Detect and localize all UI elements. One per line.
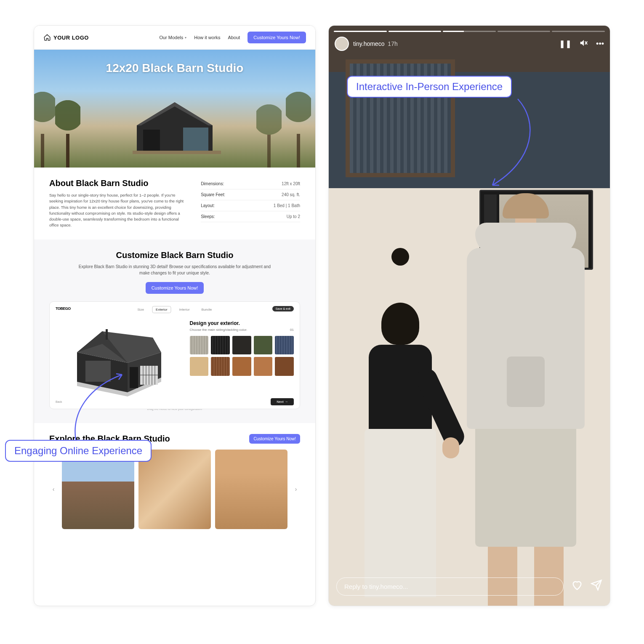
back-button[interactable]: Back bbox=[56, 400, 62, 403]
story-header: tiny.homeco 17h ❚❚ ••• bbox=[335, 37, 604, 51]
configurator-tabs: Size Exterior Interior Bundle bbox=[134, 306, 216, 313]
color-swatch-grid bbox=[190, 336, 294, 376]
nav-our-models[interactable]: Our Models ▾ bbox=[159, 35, 186, 40]
tab-bundle[interactable]: Bundle bbox=[198, 306, 216, 313]
color-swatch[interactable] bbox=[190, 357, 209, 376]
annotation-arrow bbox=[463, 97, 547, 189]
design-panel-step: 01 bbox=[290, 328, 294, 332]
avatar[interactable] bbox=[335, 37, 349, 51]
gallery-image[interactable] bbox=[138, 450, 211, 529]
tab-exterior[interactable]: Exterior bbox=[152, 306, 171, 313]
color-swatch[interactable] bbox=[190, 336, 209, 355]
customize-cta-button[interactable]: Customize Yours Now! bbox=[146, 282, 204, 294]
customize-heading: Customize Black Barn Studio bbox=[49, 250, 300, 260]
color-swatch[interactable] bbox=[254, 357, 273, 376]
spec-row: Square Feet:240 sq. ft. bbox=[201, 189, 300, 200]
color-swatch[interactable] bbox=[232, 357, 251, 376]
website-panel: YOUR LOGO Our Models ▾ How it works Abou… bbox=[34, 25, 316, 606]
gallery-prev-button[interactable]: ‹ bbox=[49, 486, 58, 492]
spec-row: Dimensions:12ft x 20ft bbox=[201, 178, 300, 189]
hero-title: 12x20 Black Barn Studio bbox=[106, 61, 244, 75]
color-swatch[interactable] bbox=[211, 336, 230, 355]
svg-rect-19 bbox=[106, 329, 108, 340]
next-button[interactable]: Next → bbox=[271, 398, 294, 405]
color-swatch[interactable] bbox=[211, 357, 230, 376]
color-swatch[interactable] bbox=[254, 336, 273, 355]
tree-graphic bbox=[256, 104, 282, 168]
story-footer: Reply to tiny.homeco... bbox=[336, 577, 602, 596]
site-logo[interactable]: YOUR LOGO bbox=[43, 34, 89, 41]
hero-section: 12x20 Black Barn Studio bbox=[34, 50, 315, 168]
share-icon[interactable] bbox=[591, 579, 602, 594]
about-body: Say hello to our single-story tiny house… bbox=[49, 192, 188, 229]
svg-rect-2 bbox=[183, 128, 208, 151]
nav-how-it-works[interactable]: How it works bbox=[194, 35, 220, 40]
customize-sub: Explore Black Barn Studio in stunning 3D… bbox=[74, 263, 276, 276]
story-username[interactable]: tiny.homeco 17h bbox=[353, 40, 398, 47]
annotation-arrow bbox=[63, 370, 130, 442]
chevron-down-icon: ▾ bbox=[185, 36, 186, 40]
story-progress-bar bbox=[334, 31, 605, 32]
design-panel-title: Design your exterior. bbox=[190, 320, 294, 326]
color-swatch[interactable] bbox=[232, 336, 251, 355]
spec-table: Dimensions:12ft x 20ft Square Feet:240 s… bbox=[201, 178, 300, 229]
tab-interior[interactable]: Interior bbox=[176, 306, 194, 313]
about-section: About Black Barn Studio Say hello to our… bbox=[34, 168, 315, 240]
mute-icon[interactable] bbox=[579, 38, 588, 50]
nav-about[interactable]: About bbox=[228, 35, 240, 40]
tree-graphic bbox=[34, 92, 55, 168]
reply-input[interactable]: Reply to tiny.homeco... bbox=[336, 577, 564, 596]
about-heading: About Black Barn Studio bbox=[49, 178, 188, 188]
svg-rect-3 bbox=[143, 130, 160, 151]
annotation-inperson-experience: Interactive In-Person Experience bbox=[347, 76, 512, 98]
tab-size[interactable]: Size bbox=[134, 306, 148, 313]
logo-text: YOUR LOGO bbox=[53, 35, 89, 41]
save-exit-button[interactable]: Save & exit bbox=[272, 306, 294, 311]
design-panel-sub: Choose the main siding/cladding color. bbox=[190, 328, 247, 332]
explore-cta-button[interactable]: Customize Yours Now! bbox=[249, 434, 300, 444]
spec-row: Layout:1 Bed | 1 Bath bbox=[201, 200, 300, 211]
spec-row: Sleeps:Up to 2 bbox=[201, 211, 300, 222]
gallery-image[interactable] bbox=[215, 450, 287, 529]
configurator-brand: TOBEGO bbox=[56, 306, 71, 311]
color-swatch[interactable] bbox=[275, 336, 294, 355]
story-timestamp: 17h bbox=[388, 40, 397, 47]
configurator-side-panel: Design your exterior. Choose the main si… bbox=[190, 308, 294, 403]
more-icon[interactable]: ••• bbox=[596, 40, 604, 48]
hero-house-graphic bbox=[120, 96, 229, 155]
site-header: YOUR LOGO Our Models ▾ How it works Abou… bbox=[34, 26, 315, 50]
house-icon bbox=[43, 34, 51, 41]
gallery-next-button[interactable]: › bbox=[292, 486, 300, 492]
svg-rect-4 bbox=[133, 151, 221, 154]
like-icon[interactable] bbox=[571, 579, 583, 594]
color-swatch[interactable] bbox=[275, 357, 294, 376]
pause-icon[interactable]: ❚❚ bbox=[559, 39, 572, 48]
main-nav: Our Models ▾ How it works About Customiz… bbox=[159, 32, 306, 43]
tree-graphic bbox=[286, 92, 311, 168]
header-cta-button[interactable]: Customize Yours Now! bbox=[247, 32, 306, 43]
svg-rect-10 bbox=[130, 367, 138, 388]
annotation-online-experience: Engaging Online Experience bbox=[5, 440, 152, 462]
tree-graphic bbox=[55, 100, 80, 168]
